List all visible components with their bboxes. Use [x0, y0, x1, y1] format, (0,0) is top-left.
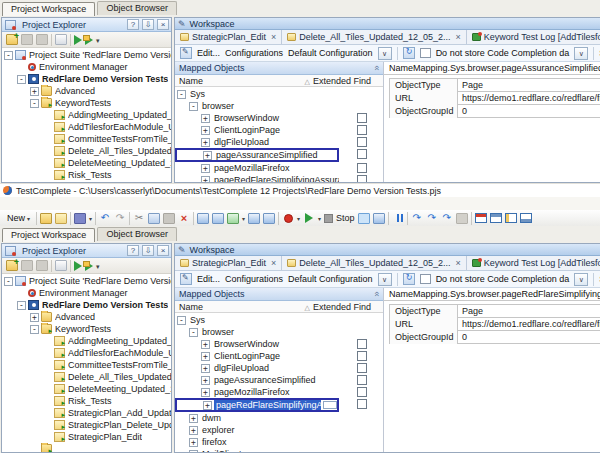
expand-toggle-icon[interactable]: +	[201, 114, 210, 123]
code-completion-checkbox[interactable]	[420, 48, 431, 58]
redo-button[interactable]	[114, 213, 126, 224]
close-tab-icon[interactable]: ×	[271, 32, 276, 42]
mapped-object-row[interactable]: + firefox	[175, 436, 383, 448]
expand-toggle-icon[interactable]: +	[201, 164, 210, 173]
expand-toggle-icon[interactable]: +	[189, 450, 198, 453]
property-row[interactable]: URL https://demo1.redflare.co/redflare/f…	[390, 92, 600, 105]
extended-find-checkbox[interactable]	[357, 387, 367, 397]
expand-toggle-icon[interactable]: +	[201, 364, 210, 373]
close-tab-icon[interactable]: ×	[456, 258, 461, 268]
tree-row[interactable]: AddTilesforEachModule_Updated_10	[2, 121, 171, 133]
mapped-object-row[interactable]: + pageRedFlareSimplifyingAssurance	[175, 398, 383, 412]
name-column-header[interactable]: Name	[175, 76, 305, 86]
run-button[interactable]	[303, 213, 315, 224]
expand-toggle-icon[interactable]	[43, 159, 52, 168]
expand-toggle-icon[interactable]	[43, 147, 52, 156]
add-item-button[interactable]	[6, 260, 18, 271]
configurations-button[interactable]: Configurations	[225, 274, 283, 284]
rename-item-button[interactable]	[36, 260, 48, 271]
tree-row[interactable]: Environment Manager	[2, 61, 171, 73]
show-explorer-panel-button[interactable]	[490, 213, 502, 223]
configuration-dropdown-icon[interactable]	[378, 47, 392, 60]
run-selected-button[interactable]	[85, 261, 93, 271]
run-dropdown-icon[interactable]	[96, 35, 100, 45]
extended-find-checkbox[interactable]	[357, 113, 367, 123]
document-tab[interactable]: Keyword Test Log [AddTilesforEac... ×	[467, 256, 600, 270]
tree-row[interactable]	[2, 443, 171, 452]
document-tab[interactable]: Delete_All_Tiles_Updated_12_05_2... ×	[282, 256, 467, 270]
expand-toggle-icon[interactable]: -	[30, 99, 39, 108]
close-tab-icon[interactable]: ×	[456, 32, 461, 42]
rename-item-button[interactable]	[36, 34, 48, 45]
save-all-button[interactable]	[74, 213, 86, 224]
refresh-icon[interactable]	[403, 273, 415, 285]
paste-button[interactable]	[163, 213, 175, 224]
mapped-object-row[interactable]: + pageMozillaFirefox	[175, 162, 383, 174]
extended-find-checkbox[interactable]	[357, 125, 367, 135]
edit-button[interactable]: Edit...	[197, 48, 220, 58]
configuration-dropdown-icon[interactable]	[378, 273, 392, 286]
property-row[interactable]: ObjectType Page	[390, 79, 600, 92]
keyword-test-editor-button[interactable]	[197, 213, 209, 224]
collapse-icon[interactable]	[374, 289, 379, 299]
expand-toggle-icon[interactable]	[43, 373, 52, 382]
document-tab[interactable]: Delete_All_Tiles_Updated_12_05_2... ×	[282, 30, 467, 44]
mapped-object-row[interactable]: - Sys	[175, 88, 383, 100]
mapped-object-row[interactable]: - browser	[175, 100, 383, 112]
stop-button[interactable]: Stop	[324, 213, 355, 223]
delete-item-button[interactable]	[21, 260, 33, 271]
property-row[interactable]: URL https://demo1.redflare.co/redflare/f…	[390, 318, 600, 331]
step-into-button[interactable]	[411, 213, 423, 224]
mapped-object-row[interactable]: + BrowserWindow	[175, 112, 383, 124]
pin-button[interactable]	[142, 245, 154, 256]
expand-toggle-icon[interactable]: +	[201, 138, 210, 147]
expand-toggle-icon[interactable]: +	[201, 376, 210, 385]
expand-toggle-icon[interactable]	[43, 111, 52, 120]
mapped-object-row[interactable]: + explorer	[175, 424, 383, 436]
tab-project-workspace[interactable]: Project Workspace	[2, 228, 95, 242]
pin-button[interactable]	[142, 19, 154, 30]
expand-toggle-icon[interactable]	[43, 171, 52, 180]
mapped-object-row[interactable]: + ClientLoginPage	[175, 124, 383, 136]
mapped-object-row[interactable]: + dlgFileUpload	[175, 136, 383, 148]
configuration-select-value[interactable]: Default Configuration	[288, 48, 373, 58]
expand-toggle-icon[interactable]	[43, 123, 52, 132]
expand-toggle-icon[interactable]	[43, 361, 52, 370]
mapped-object-row[interactable]: + ClientLoginPage	[175, 350, 383, 362]
document-tab[interactable]: StrategicPlan_Edit ×	[175, 256, 282, 270]
open-file-button[interactable]	[40, 213, 52, 224]
configurations-button[interactable]: Configurations	[225, 48, 283, 58]
tree-row[interactable]: Delete_All_Tiles_Updated_12_05_2	[2, 371, 171, 383]
add-file-button[interactable]	[55, 213, 67, 224]
tree-row[interactable]: - KeywordTests	[2, 97, 171, 109]
record-button[interactable]	[282, 213, 294, 224]
tree-row[interactable]: AddingMeeting_Updated_08_05_20	[2, 109, 171, 121]
checkpoint-button[interactable]	[227, 213, 239, 224]
dropdown-arrow-icon[interactable]	[297, 213, 300, 223]
expand-toggle-icon[interactable]	[43, 337, 52, 346]
mapped-object-row[interactable]: - Sys	[175, 314, 383, 326]
dropdown-arrow-icon[interactable]	[318, 213, 321, 223]
add-item-button[interactable]	[6, 34, 18, 45]
tree-row[interactable]: StrategicPlan_Delete_Updated_12_0	[2, 419, 171, 431]
delete-item-button[interactable]	[21, 34, 33, 45]
expand-toggle-icon[interactable]: +	[189, 438, 198, 447]
expand-toggle-icon[interactable]: -	[4, 277, 13, 286]
tree-row[interactable]: DeleteMeeting_Updated_10_10	[2, 383, 171, 395]
code-completion-checkbox[interactable]	[420, 274, 431, 284]
dropdown-arrow-icon[interactable]	[242, 213, 245, 223]
expand-toggle-icon[interactable]	[17, 289, 26, 298]
expand-toggle-icon[interactable]	[43, 385, 52, 394]
tree-row[interactable]: StrategicPlan_Add_Updated_10_10	[2, 407, 171, 419]
tree-row[interactable]: + Advanced	[2, 85, 171, 97]
run-dropdown-icon[interactable]	[96, 261, 100, 271]
pause-button[interactable]	[392, 213, 404, 224]
tab-object-browser[interactable]: Object Browser	[97, 1, 177, 15]
run-project-button[interactable]	[74, 35, 82, 45]
extended-find-checkbox[interactable]	[357, 137, 367, 147]
run-selected-button[interactable]	[85, 35, 93, 45]
configuration-select-value[interactable]: Default Configuration	[288, 274, 373, 284]
extended-find-checkbox[interactable]	[357, 149, 367, 159]
close-button[interactable]	[157, 245, 169, 256]
tree-row[interactable]: - Project Suite 'RedFlare Demo Version T…	[2, 275, 171, 287]
